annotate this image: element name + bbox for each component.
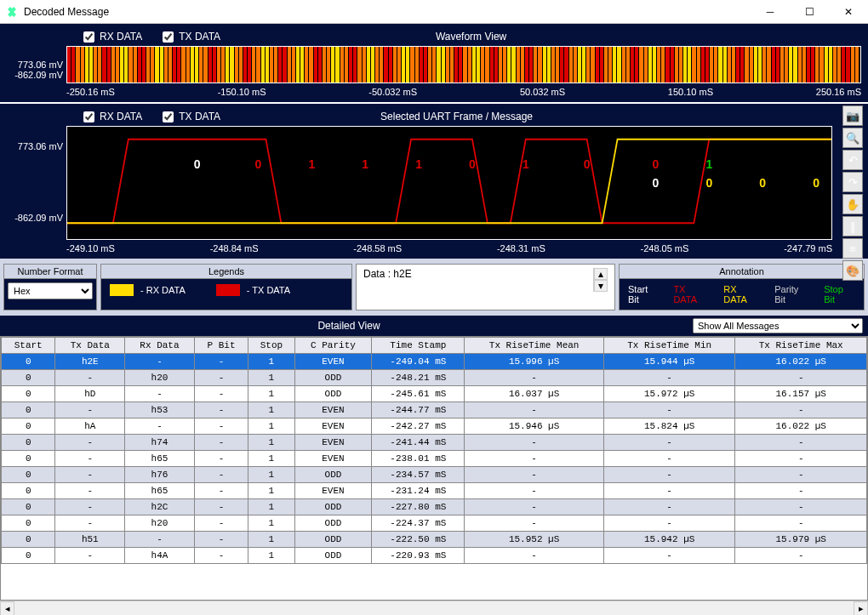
table-row[interactable]: 0hA--1EVEN-242.27 mS15.946 µS15.824 µS16…	[2, 419, 867, 435]
detailed-header: Detailed View Show All Messages	[0, 316, 868, 336]
data-value: Data : h2E	[363, 268, 412, 280]
zoom-icon[interactable]: 🔍	[842, 128, 863, 148]
bit-label: 0	[255, 157, 262, 171]
uart-x-axis: -249.10 mS-248.84 mS-248.58 mS-248.31 mS…	[66, 240, 832, 253]
uart-y-top: 773.06 mV	[7, 141, 63, 151]
waveform-canvas[interactable]	[66, 46, 861, 83]
detailed-title: Detailed View	[5, 320, 693, 332]
bit-label: 0	[759, 176, 766, 190]
bit-label: 0	[813, 176, 819, 190]
redo-icon[interactable]: ↷	[842, 172, 863, 192]
palette-icon[interactable]: 🎨	[842, 260, 863, 281]
table-row[interactable]: 0-h4A-1ODD-220.93 mS---	[2, 548, 867, 564]
controls-row: Number Format Hex Legends - RX DATA - TX…	[0, 259, 868, 316]
column-header[interactable]: Tx RiseTime Max	[735, 338, 867, 354]
tx-data-label: TX DATA	[179, 31, 220, 43]
number-format-label: Number Format	[4, 265, 96, 279]
column-header[interactable]: Tx RiseTime Mean	[465, 338, 604, 354]
menu-icon[interactable]: ≡	[842, 238, 863, 259]
close-button[interactable]: ✕	[829, 0, 868, 24]
pan-icon[interactable]: ✋	[842, 194, 863, 214]
waveform-panel: RX DATA TX DATA Waveform View 773.06 mV …	[0, 24, 868, 102]
annotation-label: Annotation	[620, 265, 864, 279]
waveform-title: Waveform View	[241, 31, 701, 43]
ann-tx: TX DATA	[673, 284, 710, 305]
annotation-box: Annotation Start Bit TX DATA RX DATA Par…	[619, 264, 865, 310]
table-row[interactable]: 0-h53-1EVEN-244.77 mS---	[2, 402, 867, 419]
column-header[interactable]: Rx Data	[125, 338, 195, 354]
rx-data-label: RX DATA	[100, 31, 142, 43]
bit-label: 0	[194, 157, 201, 171]
bit-label: 0	[469, 157, 476, 171]
waveform-y-top: 773.06 mV	[7, 60, 63, 70]
table-row[interactable]: 0-h65-1EVEN-238.01 mS---	[2, 451, 867, 467]
data-scroll-up[interactable]: ▴	[594, 268, 608, 280]
bit-label: 1	[523, 157, 529, 171]
tx-data-checkbox[interactable]: TX DATA	[163, 31, 220, 43]
uart-canvas[interactable]: 00111010010000	[66, 126, 832, 240]
table-row[interactable]: 0-h20-1ODD-248.21 mS---	[2, 370, 867, 386]
ann-stop: Stop Bit	[824, 284, 855, 305]
column-header[interactable]: P Bit	[194, 338, 248, 354]
bit-label: 1	[415, 157, 422, 171]
uart-panel: RX DATA TX DATA Selected UART Frame / Me…	[0, 104, 868, 259]
column-header[interactable]: Tx RiseTime Min	[603, 338, 735, 354]
table-row[interactable]: 0-h76-1ODD-234.57 mS---	[2, 467, 867, 483]
app-icon	[5, 5, 19, 19]
number-format-box: Number Format Hex	[3, 264, 97, 310]
detailed-table: StartTx DataRx DataP BitStopC ParityTime…	[1, 337, 867, 564]
uart-rx-checkbox[interactable]: RX DATA	[83, 111, 142, 122]
message-filter-select[interactable]: Show All Messages	[693, 318, 863, 333]
bit-label: 0	[705, 176, 712, 190]
column-header[interactable]: C Parity	[294, 338, 372, 354]
tx-swatch	[216, 284, 240, 296]
table-row[interactable]: 0-h20-1ODD-224.37 mS---	[2, 515, 867, 532]
undo-icon[interactable]: ↶	[842, 150, 863, 170]
legends-label: Legends	[101, 265, 351, 279]
titlebar: Decoded Message ─ ☐ ✕	[0, 0, 868, 24]
scroll-left-icon[interactable]: ◂	[0, 601, 14, 616]
scroll-right-icon[interactable]: ▸	[854, 601, 868, 616]
table-row[interactable]: 0-h65-1EVEN-231.24 mS---	[2, 483, 867, 499]
table-row[interactable]: 0h51--1ODD-222.50 mS15.952 µS15.942 µS15…	[2, 532, 867, 548]
horizontal-scrollbar[interactable]: ◂ ▸	[0, 601, 868, 615]
bit-label: 0	[653, 157, 660, 171]
table-row[interactable]: 0-h74-1EVEN-241.44 mS---	[2, 435, 867, 451]
column-header[interactable]: Tx Data	[55, 338, 125, 354]
window-title: Decoded Message	[24, 6, 751, 18]
maximize-button[interactable]: ☐	[790, 0, 829, 24]
column-header[interactable]: Time Stamp	[372, 338, 465, 354]
bit-label: 0	[584, 157, 591, 171]
waveform-x-axis: -250.16 mS-150.10 mS-50.032 mS50.032 mS1…	[66, 83, 861, 97]
bit-label: 1	[705, 157, 712, 171]
pause-icon[interactable]: ‖	[842, 216, 863, 236]
rx-swatch	[110, 284, 134, 296]
column-header[interactable]: Start	[2, 338, 55, 354]
table-row[interactable]: 0-h2C-1ODD-227.80 mS---	[2, 499, 867, 515]
detailed-table-wrap[interactable]: StartTx DataRx DataP BitStopC ParityTime…	[0, 336, 868, 601]
table-row[interactable]: 0h2E--1EVEN-249.04 mS15.996 µS15.944 µS1…	[2, 354, 867, 370]
number-format-select[interactable]: Hex	[8, 282, 93, 299]
column-header[interactable]: Stop	[248, 338, 294, 354]
uart-title: Selected UART Frame / Message	[241, 111, 672, 122]
tx-legend-text: - TX DATA	[247, 285, 290, 295]
rx-data-checkbox[interactable]: RX DATA	[83, 31, 142, 43]
uart-y-bot: -862.09 mV	[7, 213, 63, 223]
bit-label: 1	[362, 157, 368, 171]
waveform-y-bot: -862.09 mV	[7, 70, 63, 80]
data-box: Data : h2E ▴ ▾	[356, 264, 615, 310]
bit-label: 0	[653, 176, 660, 190]
uart-tx-checkbox[interactable]: TX DATA	[163, 111, 220, 122]
table-row[interactable]: 0hD--1ODD-245.61 mS16.037 µS15.972 µS16.…	[2, 386, 867, 402]
rx-legend-text: - RX DATA	[140, 285, 186, 295]
screenshot-icon[interactable]: 📷	[842, 105, 863, 126]
bit-label: 1	[308, 157, 315, 171]
ann-rx: RX DATA	[723, 284, 761, 305]
ann-start: Start Bit	[628, 284, 660, 305]
minimize-button[interactable]: ─	[751, 0, 790, 24]
legends-box: Legends - RX DATA - TX DATA	[100, 264, 352, 310]
ann-parity: Parity Bit	[774, 284, 810, 305]
data-scroll-down[interactable]: ▾	[594, 280, 608, 292]
